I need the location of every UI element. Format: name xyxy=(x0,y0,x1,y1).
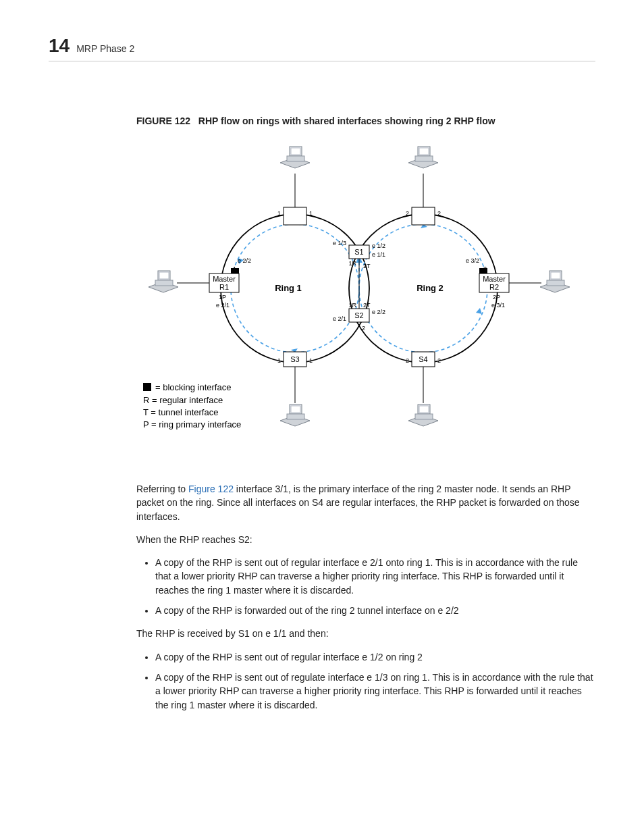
svg-text:2: 2 xyxy=(483,265,487,272)
figure-caption: FIGURE 122 RHP flow on rings with shared… xyxy=(136,115,595,126)
svg-text:e 2/1: e 2/1 xyxy=(216,302,230,309)
chapter-number: 14 xyxy=(49,35,70,57)
svg-text:1R: 1R xyxy=(348,302,356,309)
svg-text:2: 2 xyxy=(437,210,441,217)
computer-icon xyxy=(408,147,438,168)
svg-text:S2: S2 xyxy=(354,311,363,319)
chapter-title: MRP Phase 2 xyxy=(76,43,134,54)
svg-text:R2: R2 xyxy=(489,283,499,291)
computer-icon xyxy=(540,271,570,292)
ring1-label: Ring 1 xyxy=(275,283,302,293)
figure-title: RHP flow on rings with shared interfaces… xyxy=(198,115,495,126)
ring2-label: Ring 2 xyxy=(417,283,444,293)
page-header: 14 MRP Phase 2 xyxy=(49,35,595,61)
svg-text:1P: 1P xyxy=(219,294,226,301)
paragraph-3: The RHP is received by S1 on e 1/1 and t… xyxy=(136,627,595,640)
paragraph-2: When the RHP reaches S2: xyxy=(136,533,595,546)
figure-122-link[interactable]: Figure 122 xyxy=(188,484,234,494)
svg-text:e 3/1: e 3/1 xyxy=(491,302,505,309)
svg-text:2T: 2T xyxy=(363,263,371,269)
page: 14 MRP Phase 2 FIGURE 122 RHP flow on ri… xyxy=(0,0,644,762)
svg-text:1: 1 xyxy=(277,357,281,364)
svg-text:e 2/2: e 2/2 xyxy=(238,257,251,264)
svg-text:S4: S4 xyxy=(419,355,427,363)
master-r2: Master R2 2 2P e 3/2 e 3/1 xyxy=(466,257,509,309)
svg-text:R1: R1 xyxy=(219,283,229,291)
svg-text:e 2/2: e 2/2 xyxy=(372,309,385,315)
computer-icon xyxy=(149,271,178,292)
bullet-list-2: A copy of the RHP is sent out of regular… xyxy=(136,650,595,712)
svg-text:1: 1 xyxy=(309,357,313,364)
svg-text:1: 1 xyxy=(277,210,281,217)
list-item: A copy of the RHP is forwarded out of th… xyxy=(155,604,595,617)
figure-label: FIGURE 122 xyxy=(136,115,190,126)
svg-text:S3: S3 xyxy=(290,355,299,363)
svg-text:e 2/1: e 2/1 xyxy=(333,315,346,322)
paragraph-1: Referring to Figure 122 interface 3/1, i… xyxy=(136,482,595,523)
svg-text:= blocking interface: = blocking interface xyxy=(155,382,231,392)
svg-text:2T: 2T xyxy=(363,302,371,309)
svg-rect-49 xyxy=(143,383,151,391)
svg-text:Master: Master xyxy=(483,275,506,283)
master-r1: Master R1 1 1P e 2/2 e 2/1 xyxy=(209,257,251,309)
computer-icon xyxy=(280,405,310,426)
list-item: A copy of the RHP is sent out of regular… xyxy=(155,556,595,597)
svg-text:2: 2 xyxy=(406,210,409,217)
ring2-top-switch xyxy=(412,207,435,225)
list-item: A copy of the RHP is sent out of regulat… xyxy=(155,671,595,712)
svg-text:Master: Master xyxy=(213,275,236,283)
list-item: A copy of the RHP is sent out of regular… xyxy=(155,650,595,664)
svg-text:e 3/2: e 3/2 xyxy=(466,257,479,264)
computer-icon xyxy=(408,405,438,426)
svg-text:T = tunnel interface: T = tunnel interface xyxy=(143,407,218,417)
figure-diagram: 1 1 2 2 S3 1 1 S4 2 2 S1 e 1/3 e 1/1 e 1… xyxy=(136,133,595,459)
svg-text:2P: 2P xyxy=(493,294,500,301)
svg-text:S1: S1 xyxy=(354,248,363,256)
ring1-top-switch xyxy=(284,207,306,225)
svg-text:2: 2 xyxy=(362,325,365,332)
legend: = blocking interface R = regular interfa… xyxy=(143,382,241,429)
bullet-list-1: A copy of the RHP is sent out of regular… xyxy=(136,556,595,617)
svg-text:e 1/3: e 1/3 xyxy=(333,240,346,246)
svg-text:e 1/1: e 1/1 xyxy=(372,251,385,258)
svg-text:1: 1 xyxy=(233,265,236,272)
computer-icon xyxy=(280,147,310,168)
svg-text:1: 1 xyxy=(309,210,313,217)
svg-text:1R: 1R xyxy=(348,260,356,267)
svg-text:P = ring primary interface: P = ring primary interface xyxy=(143,419,241,429)
svg-text:e 1/2: e 1/2 xyxy=(372,242,385,249)
svg-text:2: 2 xyxy=(406,357,409,364)
svg-text:R = regular interface: R = regular interface xyxy=(143,395,223,405)
svg-text:2: 2 xyxy=(437,357,441,364)
diagram-svg: 1 1 2 2 S3 1 1 S4 2 2 S1 e 1/3 e 1/1 e 1… xyxy=(136,133,582,457)
